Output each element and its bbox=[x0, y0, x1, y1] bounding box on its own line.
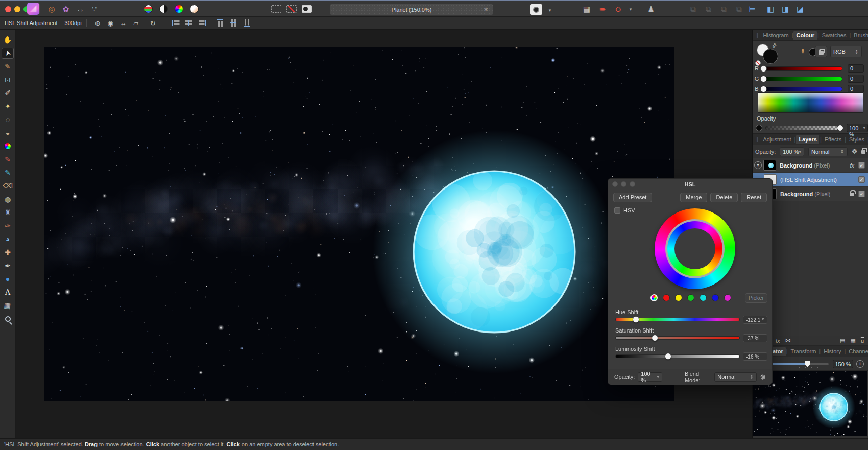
dialog-minimize-icon[interactable] bbox=[621, 181, 626, 187]
layer-visibility-checkbox[interactable]: ✓ bbox=[858, 162, 865, 169]
slider-knob[interactable] bbox=[760, 76, 767, 82]
slider-thumb[interactable] bbox=[633, 316, 639, 323]
magenta-range-swatch[interactable] bbox=[724, 294, 731, 301]
dialog-close-icon[interactable] bbox=[612, 181, 618, 187]
green-range-swatch[interactable] bbox=[687, 294, 694, 301]
colour-lock-button[interactable] bbox=[815, 46, 827, 57]
colour-replacement-brush-tool[interactable]: ✎ bbox=[2, 167, 14, 178]
lock-layer-icon[interactable] bbox=[861, 150, 865, 154]
luminosity-shift-slider[interactable] bbox=[615, 354, 740, 358]
new-layer-icon[interactable]: ▦ bbox=[850, 337, 855, 344]
tab-channels[interactable]: Channels bbox=[846, 347, 868, 356]
auto-contrast-button[interactable] bbox=[157, 3, 170, 14]
colour-picker-tool[interactable]: ✏ bbox=[2, 61, 14, 72]
gradient-tool[interactable] bbox=[2, 140, 14, 152]
pen-tool[interactable]: ✒ bbox=[2, 260, 14, 271]
zoom-tool[interactable] bbox=[2, 313, 14, 324]
red-range-swatch[interactable] bbox=[663, 294, 670, 301]
saturation-shift-value[interactable]: -37 % bbox=[743, 334, 767, 342]
green-channel-slider[interactable] bbox=[761, 77, 842, 81]
blur-tool[interactable]: ◕ bbox=[2, 233, 14, 245]
tab-effects[interactable]: Effects bbox=[822, 135, 844, 144]
healing-brush-tool[interactable]: ✚ bbox=[2, 247, 14, 258]
green-channel-value[interactable]: 0 bbox=[848, 75, 864, 83]
erase-brush-tool[interactable]: ⌫ bbox=[2, 180, 14, 192]
crop-tool[interactable]: ⊡ bbox=[2, 74, 14, 85]
slider-knob[interactable] bbox=[760, 65, 767, 72]
liquify-persona-button[interactable]: ◎ bbox=[45, 3, 58, 15]
layer-effects-icon[interactable]: fx bbox=[776, 338, 780, 344]
auto-colour-button[interactable] bbox=[172, 3, 185, 14]
expand-layer-icon[interactable]: ▾ bbox=[754, 161, 762, 169]
red-channel-slider[interactable] bbox=[761, 66, 842, 71]
slider-thumb[interactable] bbox=[665, 353, 671, 360]
tab-colour[interactable]: Colour bbox=[793, 31, 816, 40]
add-preset-button[interactable]: Add Preset bbox=[613, 193, 652, 202]
align-right-button[interactable] bbox=[198, 20, 206, 26]
blue-channel-slider[interactable] bbox=[761, 87, 842, 91]
reset-button[interactable]: Reset bbox=[741, 193, 767, 202]
zoom-slider[interactable] bbox=[768, 363, 829, 365]
live-filter-icon[interactable]: ⋈ bbox=[785, 337, 791, 344]
align-bottom-button[interactable] bbox=[244, 19, 250, 27]
slider-knob[interactable] bbox=[837, 125, 843, 131]
layer-row-background-top[interactable]: ▾ Background (Pixel) fx ✓ bbox=[753, 158, 868, 172]
rotate-selection-button[interactable]: ↻ bbox=[147, 18, 159, 28]
hue-colour-wheel[interactable] bbox=[655, 208, 735, 289]
delete-layer-icon[interactable]: ū bbox=[861, 338, 864, 344]
merge-button[interactable]: Merge bbox=[680, 193, 707, 202]
fx-icon[interactable]: fx bbox=[850, 162, 854, 169]
blue-channel-value[interactable]: 0 bbox=[848, 85, 864, 93]
blue-range-swatch[interactable] bbox=[712, 294, 719, 301]
insert-behind-button[interactable]: ◧ bbox=[764, 3, 777, 15]
flood-select-tool[interactable]: ✦ bbox=[2, 101, 14, 112]
align-left-button[interactable] bbox=[172, 20, 180, 26]
selection-marquee-icon[interactable] bbox=[271, 5, 281, 13]
transform-selection-button[interactable]: ▱ bbox=[130, 18, 142, 28]
move-by-whole-pixels-button[interactable]: ➠ bbox=[596, 3, 609, 15]
master-range-swatch[interactable] bbox=[650, 294, 658, 301]
zoom-value[interactable]: 150 % bbox=[833, 360, 853, 368]
blend-mode-select[interactable]: Normal⇕ bbox=[808, 147, 848, 156]
dialog-blend-mode-select[interactable]: Normal⇕ bbox=[714, 372, 757, 382]
sphere-tool[interactable]: ● bbox=[2, 273, 14, 285]
opacity-value[interactable]: 100 %▾ bbox=[847, 124, 868, 132]
dodge-brush-tool[interactable]: ◍ bbox=[2, 194, 14, 205]
snapping-button[interactable]: Ω bbox=[612, 3, 625, 15]
clone-stamp-tool[interactable]: ♜ bbox=[2, 207, 14, 218]
tab-histogram[interactable]: Histogram bbox=[761, 31, 791, 40]
develop-persona-button[interactable]: ✿ bbox=[59, 3, 73, 15]
auto-white-balance-button[interactable] bbox=[187, 3, 201, 14]
dialog-gear-icon[interactable]: ☸ bbox=[760, 373, 766, 381]
text-tool[interactable]: A bbox=[2, 287, 14, 298]
dialog-opacity-select[interactable]: 100 %▾ bbox=[638, 372, 662, 382]
tab-brushes[interactable]: Brushes bbox=[851, 31, 868, 40]
blend-options-gear-icon[interactable]: ☸ bbox=[852, 148, 858, 155]
cycle-selection-box-button[interactable]: ⊕ bbox=[91, 18, 104, 28]
dialog-zoom-icon[interactable] bbox=[630, 181, 635, 187]
marquee-tool[interactable]: ◌ bbox=[2, 114, 14, 125]
snapping-dropdown[interactable]: ▾ bbox=[628, 3, 634, 15]
show-grid-button[interactable]: ▦ bbox=[580, 3, 593, 15]
layer-visibility-checkbox[interactable]: ✓ bbox=[858, 191, 865, 197]
cyan-range-swatch[interactable] bbox=[700, 294, 707, 301]
yellow-range-swatch[interactable] bbox=[675, 294, 682, 301]
export-persona-button[interactable]: ∴ bbox=[88, 3, 101, 15]
mesh-warp-tool[interactable]: ▦ bbox=[2, 300, 14, 311]
hue-shift-value[interactable]: -122.1 ° bbox=[743, 316, 767, 324]
hsl-dialog-titlebar[interactable]: HSL bbox=[608, 179, 772, 190]
new-group-icon[interactable]: ▤ bbox=[840, 337, 845, 344]
smudge-tool[interactable]: ✑ bbox=[2, 220, 14, 231]
close-window-button[interactable] bbox=[5, 6, 11, 12]
document-tab[interactable]: Planet (150.0%) ✱ bbox=[330, 4, 493, 15]
colour-spectrum[interactable] bbox=[758, 92, 863, 113]
photo-persona-button[interactable] bbox=[27, 3, 40, 15]
colour-mode-select[interactable]: RGB⇕ bbox=[830, 46, 862, 57]
auto-levels-button[interactable] bbox=[141, 3, 155, 14]
quick-mask-icon[interactable] bbox=[302, 5, 312, 13]
insert-on-top-button[interactable]: ◨ bbox=[779, 3, 792, 15]
paint-brush-tool[interactable]: ✎ bbox=[2, 154, 14, 165]
view-mode-dropdown[interactable]: ▾ bbox=[543, 4, 557, 16]
flood-fill-tool[interactable]: ◒ bbox=[2, 127, 14, 138]
tab-adjustment[interactable]: Adjustment bbox=[761, 135, 794, 144]
